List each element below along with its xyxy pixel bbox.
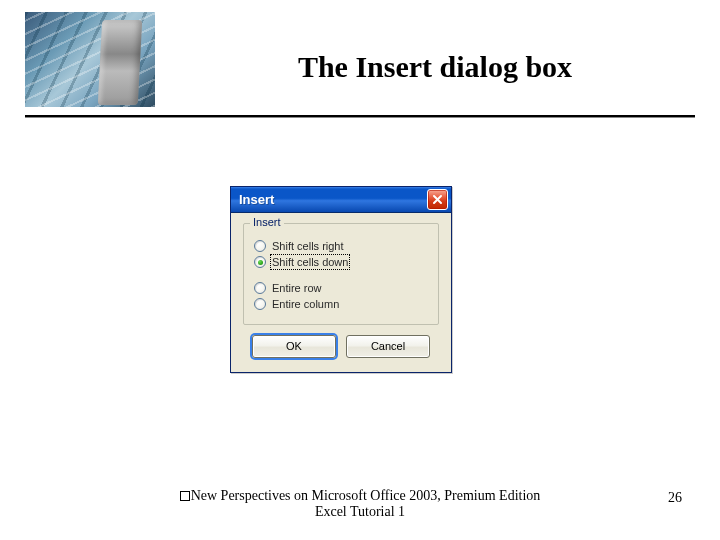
cancel-button[interactable]: Cancel xyxy=(346,335,430,358)
groupbox-label: Insert xyxy=(250,216,284,228)
radio-label: Shift cells down xyxy=(272,256,348,268)
footer-line-2: Excel Tutorial 1 xyxy=(0,504,720,520)
footer-line-1: New Perspectives on Microsoft Office 200… xyxy=(0,488,720,504)
page-number: 26 xyxy=(668,490,682,506)
radio-shift-cells-right[interactable]: Shift cells right xyxy=(254,240,428,252)
close-icon xyxy=(432,194,443,205)
radio-icon xyxy=(254,240,266,252)
dialog-button-row: OK Cancel xyxy=(243,335,439,360)
ok-button[interactable]: OK xyxy=(252,335,336,358)
close-button[interactable] xyxy=(427,189,448,210)
slide-header: The Insert dialog box xyxy=(0,0,720,118)
dialog-titlebar[interactable]: Insert xyxy=(231,187,451,213)
insert-groupbox: Insert Shift cells right Shift cells dow… xyxy=(243,223,439,325)
footer-bullet-icon xyxy=(180,491,190,501)
footer-line-1-text: New Perspectives on Microsoft Office 200… xyxy=(191,488,541,503)
group-spacer xyxy=(254,272,428,278)
radio-icon xyxy=(254,256,266,268)
radio-entire-row[interactable]: Entire row xyxy=(254,282,428,294)
radio-entire-column[interactable]: Entire column xyxy=(254,298,428,310)
slide-title: The Insert dialog box xyxy=(200,50,670,84)
header-divider xyxy=(25,115,695,117)
radio-label: Entire row xyxy=(272,282,322,294)
insert-dialog: Insert Insert Shift cells right Shift ce… xyxy=(230,186,452,373)
dialog-title: Insert xyxy=(239,192,427,207)
radio-label: Shift cells right xyxy=(272,240,344,252)
radio-label: Entire column xyxy=(272,298,339,310)
decorative-header-image xyxy=(25,12,155,107)
slide-footer: New Perspectives on Microsoft Office 200… xyxy=(0,488,720,520)
dialog-body: Insert Shift cells right Shift cells dow… xyxy=(231,213,451,372)
radio-shift-cells-down[interactable]: Shift cells down xyxy=(254,256,428,268)
radio-icon xyxy=(254,298,266,310)
radio-icon xyxy=(254,282,266,294)
